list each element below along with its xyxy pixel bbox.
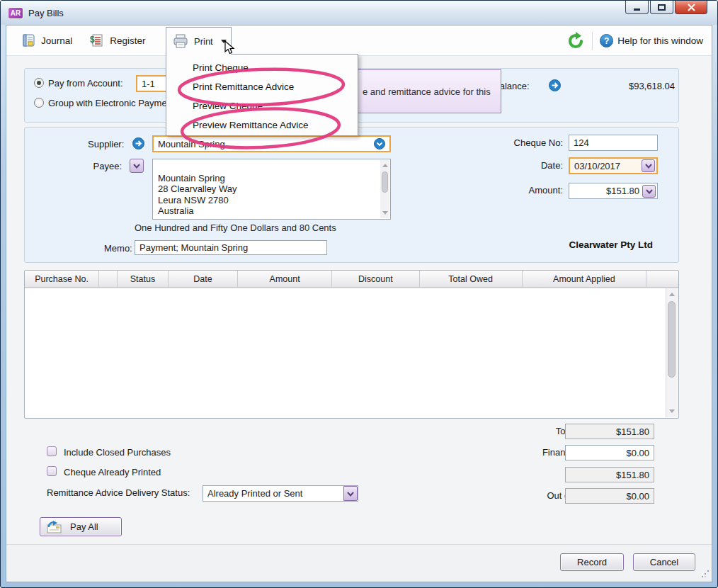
company-name: Clearwater Pty Ltd bbox=[569, 239, 653, 250]
supplier-combo[interactable]: Mountain Spring bbox=[152, 135, 391, 152]
help-icon: ? bbox=[600, 34, 613, 47]
col-header-status: Status bbox=[118, 271, 169, 287]
svg-text:$: $ bbox=[90, 35, 95, 45]
cheque-no-label: Cheque No: bbox=[511, 137, 563, 148]
memo-field[interactable]: Payment; Mountain Spring bbox=[135, 240, 327, 255]
chevron-down-icon bbox=[132, 162, 141, 169]
include-closed-checkbox[interactable] bbox=[47, 446, 57, 456]
minimize-button[interactable] bbox=[625, 1, 649, 14]
payee-dropdown-button[interactable] bbox=[130, 159, 144, 173]
col-header-amount: Amount bbox=[238, 271, 332, 287]
journal-icon bbox=[21, 33, 36, 47]
cheque-printed-checkbox[interactable] bbox=[47, 466, 57, 476]
menu-item-print-cheque[interactable]: Print Cheque bbox=[166, 58, 358, 77]
remittance-status-combo[interactable]: Already Printed or Sent bbox=[203, 485, 358, 502]
register-button[interactable]: $ Register bbox=[81, 28, 154, 53]
total-applied-field: $151.80 bbox=[565, 424, 654, 439]
amount-label: Amount: bbox=[523, 185, 563, 196]
chevron-down-icon bbox=[644, 162, 653, 169]
pay-all-icon bbox=[46, 520, 63, 534]
payee-address-box[interactable]: Mountain Spring 28 Clearvalley Way Leura… bbox=[152, 159, 391, 220]
pay-from-account-label: Pay from Account: bbox=[48, 78, 123, 89]
amount-field[interactable]: $151.80 bbox=[569, 183, 658, 199]
supplier-detail-arrow-icon[interactable] bbox=[132, 137, 144, 149]
finance-charge-field[interactable]: $0.00 bbox=[565, 445, 654, 460]
remittance-status-label: Remittance Advice Delivery Status: bbox=[47, 487, 190, 498]
payment-panel: Supplier: Mountain Spring bbox=[24, 127, 679, 263]
balance-value: $93,618.04 bbox=[629, 81, 675, 91]
accountright-logo-icon: AR bbox=[8, 7, 23, 19]
toolbar-separator bbox=[592, 32, 593, 50]
col-header-scroll bbox=[666, 271, 678, 287]
journal-button[interactable]: Journal bbox=[12, 28, 81, 53]
total-paid-field: $151.80 bbox=[565, 467, 654, 482]
window-title: Pay Bills bbox=[28, 8, 64, 18]
include-closed-label: Include Closed Purchases bbox=[64, 447, 171, 458]
supplier-label: Supplier: bbox=[88, 139, 122, 149]
pay-all-label: Pay All bbox=[70, 521, 98, 532]
out-of-balance-field: $0.00 bbox=[565, 488, 654, 504]
scroll-up-icon bbox=[382, 164, 388, 167]
help-label: Help for this window bbox=[617, 35, 703, 46]
cheque-no-field[interactable]: 124 bbox=[569, 135, 658, 151]
table-header-row: Purchase No. Status Date Amount Discount… bbox=[25, 271, 678, 288]
balance-detail-arrow-icon[interactable] bbox=[549, 79, 561, 91]
client-area: Pay from Account: 1-1 Group with Electro… bbox=[6, 56, 712, 544]
partial-row bbox=[25, 288, 678, 295]
memo-label: Memo: bbox=[104, 243, 129, 254]
menu-item-print-remittance-advice[interactable]: Print Remittance Advice bbox=[166, 77, 358, 96]
print-label: Print bbox=[194, 36, 213, 47]
print-icon bbox=[172, 33, 189, 49]
cheque-printed-label: Cheque Already Printed bbox=[64, 467, 161, 477]
scrollbar-thumb[interactable] bbox=[668, 301, 676, 378]
date-label: Date: bbox=[527, 160, 563, 171]
pay-from-account-radio[interactable] bbox=[34, 78, 44, 88]
table-scrollbar[interactable] bbox=[666, 288, 678, 417]
col-header-purchase-no: Purchase No. bbox=[25, 271, 99, 287]
toolbar: Journal $ Register bbox=[6, 26, 712, 56]
payee-label: Payee: bbox=[88, 161, 122, 171]
menu-item-preview-remittance-advice[interactable]: Preview Remittance Advice bbox=[166, 115, 358, 135]
group-electronic-label: Group with Electronic Payments bbox=[48, 98, 179, 108]
scroll-down-icon bbox=[382, 211, 388, 215]
col-header-arrow bbox=[99, 271, 118, 287]
titlebar: AR Pay Bills bbox=[1, 1, 717, 25]
col-header-total-owed: Total Owed bbox=[420, 271, 523, 287]
refresh-icon[interactable] bbox=[566, 32, 585, 50]
group-electronic-radio[interactable] bbox=[34, 98, 44, 108]
scroll-up-icon bbox=[669, 293, 675, 296]
col-header-amount-applied: Amount Applied bbox=[523, 271, 646, 287]
date-field[interactable]: 03/10/2017 bbox=[569, 157, 658, 174]
resize-grip[interactable] bbox=[700, 570, 709, 579]
record-button[interactable]: Record bbox=[560, 553, 624, 571]
help-button[interactable]: ? Help for this window bbox=[600, 28, 703, 54]
scroll-down-icon bbox=[669, 409, 675, 413]
close-icon bbox=[688, 4, 695, 11]
pay-bills-window: AR Pay Bills bbox=[0, 0, 718, 588]
chevron-down-icon bbox=[645, 188, 654, 195]
chevron-down-icon bbox=[346, 490, 355, 497]
footer-bar: Record Cancel bbox=[6, 544, 712, 582]
register-icon: $ bbox=[89, 33, 105, 47]
menu-item-preview-cheque[interactable]: Preview Cheque bbox=[166, 96, 358, 115]
maximize-icon bbox=[658, 4, 666, 11]
register-label: Register bbox=[110, 35, 145, 46]
print-button[interactable]: Print bbox=[166, 27, 232, 55]
journal-label: Journal bbox=[41, 35, 72, 46]
amount-in-words: One Hundred and Fifty One Dollars and 80… bbox=[135, 222, 336, 233]
pay-all-button[interactable]: Pay All bbox=[40, 517, 122, 536]
payee-scrollbar[interactable] bbox=[380, 160, 389, 218]
print-dropdown-arrow-icon bbox=[221, 40, 227, 43]
close-button[interactable] bbox=[675, 1, 707, 14]
maximize-button[interactable] bbox=[650, 1, 673, 14]
col-header-date: Date bbox=[169, 271, 238, 287]
supplier-dropdown-icon[interactable] bbox=[374, 138, 385, 149]
col-header-blank bbox=[646, 271, 666, 287]
col-header-discount: Discount bbox=[332, 271, 419, 287]
date-picker-button[interactable] bbox=[642, 159, 655, 172]
print-menu: Print Cheque Print Remittance Advice Pre… bbox=[166, 54, 358, 136]
amount-calc-button[interactable] bbox=[642, 185, 656, 198]
cancel-button[interactable]: Cancel bbox=[633, 553, 695, 571]
remittance-dropdown-button[interactable] bbox=[343, 486, 358, 501]
purchases-table: Purchase No. Status Date Amount Discount… bbox=[24, 270, 679, 419]
